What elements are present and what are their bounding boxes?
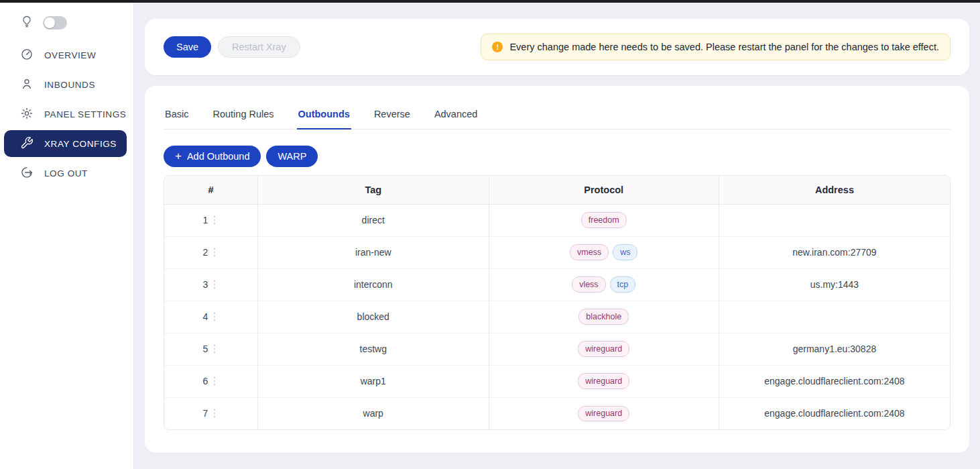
app-root: OVERVIEW INBOUNDS bbox=[0, 3, 980, 469]
protocol-tag: ws bbox=[613, 244, 637, 260]
protocol-tag: wireguard bbox=[578, 341, 629, 356]
table-row: 2 iran-new vmessws new.iran.com:27709 bbox=[164, 236, 950, 268]
sidebar-item-label: INBOUNDS bbox=[44, 80, 95, 90]
gear-icon bbox=[20, 107, 34, 122]
row-protocols: wireguard bbox=[489, 341, 719, 356]
protocol-cell: wireguard bbox=[489, 333, 719, 365]
row-number: 4 bbox=[203, 311, 208, 322]
sidebar-item-overview[interactable]: OVERVIEW bbox=[4, 42, 127, 68]
sidebar-item-panel-settings[interactable]: PANEL SETTINGS bbox=[4, 101, 127, 127]
protocol-tag: vmess bbox=[570, 244, 609, 260]
row-number: 3 bbox=[203, 279, 208, 290]
row-menu-kebab-icon[interactable] bbox=[210, 312, 219, 321]
add-outbound-button[interactable]: + Add Outbound bbox=[164, 146, 261, 167]
address-cell: new.iran.com:27709 bbox=[719, 236, 950, 268]
table-row: 4 blocked blackhole bbox=[164, 301, 950, 333]
column-header-protocol: Protocol bbox=[489, 176, 719, 204]
column-header-tag: Tag bbox=[257, 176, 489, 204]
protocol-tag: wireguard bbox=[578, 406, 629, 421]
table-row: 5 testwg wireguard germany1.eu:30828 bbox=[164, 333, 950, 365]
column-header-number: # bbox=[164, 176, 257, 204]
number-cell: 6 bbox=[164, 365, 257, 397]
wrench-icon bbox=[20, 136, 34, 152]
row-menu-kebab-icon[interactable] bbox=[210, 248, 219, 257]
warning-icon: ! bbox=[492, 42, 503, 52]
row-menu-kebab-icon[interactable] bbox=[210, 409, 219, 418]
address-cell: us.my:1443 bbox=[719, 268, 950, 301]
row-protocols: freedom bbox=[489, 212, 719, 227]
tab-advanced[interactable]: Advanced bbox=[433, 102, 479, 129]
number-cell: 2 bbox=[164, 236, 257, 268]
outbound-actions: + Add Outbound WARP bbox=[164, 146, 951, 167]
warning-alert: ! Every change made here needs to be sav… bbox=[481, 34, 951, 60]
row-menu-kebab-icon[interactable] bbox=[210, 215, 219, 225]
row-number: 7 bbox=[203, 408, 208, 419]
warp-button[interactable]: WARP bbox=[266, 146, 318, 167]
row-tag: warp bbox=[363, 408, 383, 419]
sidebar-item-xray-configs[interactable]: XRAY CONFIGS bbox=[4, 130, 127, 157]
toolbar-card: Save Restart Xray ! Every change made he… bbox=[145, 19, 969, 75]
number-cell: 7 bbox=[164, 397, 257, 429]
table-header-row: # Tag Protocol Address bbox=[164, 176, 950, 204]
lightbulb-icon bbox=[20, 15, 34, 31]
row-address: engage.cloudflareclient.com:2408 bbox=[764, 376, 904, 386]
logout-icon bbox=[20, 166, 34, 181]
row-menu-kebab-icon[interactable] bbox=[210, 280, 219, 289]
protocol-cell: vlesstcp bbox=[489, 268, 719, 301]
row-menu-kebab-icon[interactable] bbox=[210, 344, 219, 354]
config-tabs: Basic Routing Rules Outbounds Reverse Ad… bbox=[164, 102, 951, 129]
sidebar-nav: OVERVIEW INBOUNDS bbox=[0, 42, 133, 187]
tag-cell: blocked bbox=[257, 301, 489, 333]
number-cell: 5 bbox=[164, 333, 257, 365]
xray-configs-card: Basic Routing Rules Outbounds Reverse Ad… bbox=[145, 86, 969, 453]
row-protocols: vmessws bbox=[489, 244, 719, 260]
tab-reverse[interactable]: Reverse bbox=[373, 102, 412, 129]
address-cell: engage.cloudflareclient.com:2408 bbox=[719, 365, 950, 397]
row-number: 1 bbox=[203, 215, 208, 225]
plus-icon: + bbox=[175, 150, 182, 162]
address-cell: germany1.eu:30828 bbox=[719, 333, 950, 365]
table-row: 7 warp wireguard engage.cloudflareclient… bbox=[164, 397, 950, 429]
row-tag: warp1 bbox=[361, 376, 386, 386]
row-protocols: blackhole bbox=[489, 309, 719, 324]
sidebar-item-log-out[interactable]: LOG OUT bbox=[4, 160, 127, 187]
protocol-tag: vless bbox=[572, 276, 605, 292]
tag-cell: warp bbox=[257, 397, 489, 429]
tab-outbounds[interactable]: Outbounds bbox=[297, 102, 351, 129]
save-button[interactable]: Save bbox=[164, 36, 211, 58]
row-number: 5 bbox=[203, 344, 208, 354]
sidebar-item-label: OVERVIEW bbox=[44, 50, 96, 60]
column-header-address: Address bbox=[719, 176, 950, 204]
row-tag: iran-new bbox=[355, 247, 391, 258]
sidebar-item-inbounds[interactable]: INBOUNDS bbox=[4, 71, 127, 98]
row-address: germany1.eu:30828 bbox=[793, 344, 877, 354]
outbounds-table: # Tag Protocol Address 1 bbox=[164, 175, 951, 430]
restart-xray-button[interactable]: Restart Xray bbox=[218, 36, 300, 58]
address-cell: engage.cloudflareclient.com:2408 bbox=[719, 397, 950, 429]
sidebar-item-label: PANEL SETTINGS bbox=[44, 109, 126, 119]
tab-basic[interactable]: Basic bbox=[164, 102, 190, 129]
tag-cell: iran-new bbox=[257, 236, 489, 268]
protocol-cell: wireguard bbox=[489, 365, 719, 397]
table-row: 3 interconn vlesstcp us.my:1443 bbox=[164, 268, 950, 301]
row-protocols: vlesstcp bbox=[489, 276, 719, 292]
tab-routing-rules[interactable]: Routing Rules bbox=[211, 102, 275, 129]
tag-cell: direct bbox=[257, 204, 489, 236]
protocol-cell: blackhole bbox=[489, 301, 719, 333]
add-outbound-label: Add Outbound bbox=[187, 151, 250, 162]
dark-mode-toggle[interactable] bbox=[43, 16, 67, 30]
main-content: Save Restart Xray ! Every change made he… bbox=[134, 3, 980, 469]
row-tag: testwg bbox=[360, 344, 387, 354]
protocol-tag: blackhole bbox=[578, 309, 629, 324]
table-row: 6 warp1 wireguard engage.cloudflareclien… bbox=[164, 365, 950, 397]
dashboard-icon bbox=[20, 48, 34, 63]
row-menu-kebab-icon[interactable] bbox=[210, 376, 219, 386]
row-tag: direct bbox=[362, 215, 385, 225]
outbounds-table-body: 1 direct freedom bbox=[164, 204, 950, 429]
sidebar-item-label: XRAY CONFIGS bbox=[44, 139, 117, 149]
protocol-cell: wireguard bbox=[489, 397, 719, 429]
row-number: 2 bbox=[203, 247, 208, 258]
row-address: engage.cloudflareclient.com:2408 bbox=[764, 408, 904, 419]
address-cell bbox=[719, 301, 950, 333]
protocol-cell: freedom bbox=[489, 204, 719, 236]
